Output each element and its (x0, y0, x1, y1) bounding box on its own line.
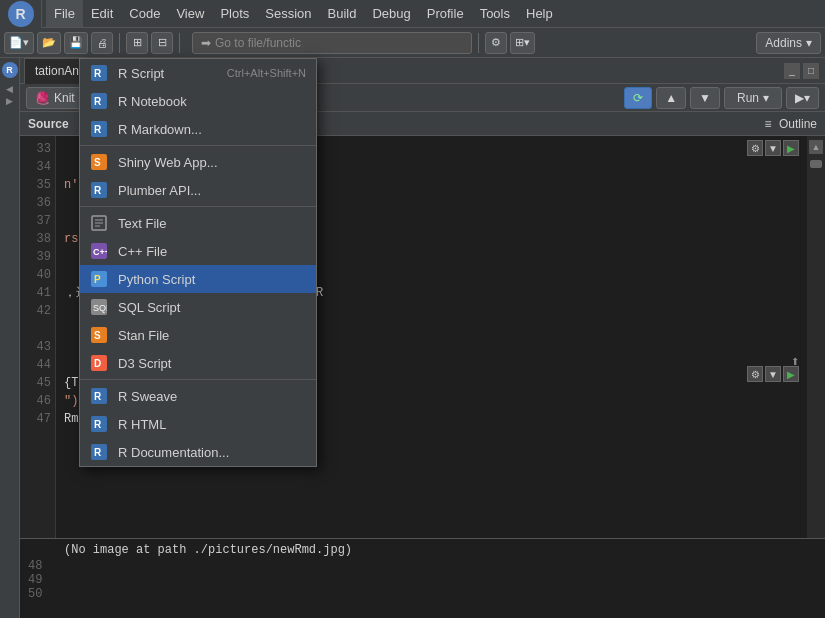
r-notebook-icon: R (90, 92, 108, 110)
dropdown-python-script[interactable]: P Python Script (80, 265, 316, 293)
menu-tools[interactable]: Tools (472, 0, 518, 27)
r-script-icon: R (90, 64, 108, 82)
svg-text:R: R (94, 447, 102, 458)
dropdown-cpp-file[interactable]: C++ C++ File (80, 237, 316, 265)
code-down-btn-2[interactable]: ▼ (765, 366, 781, 382)
svg-text:C++: C++ (93, 247, 107, 257)
output-bottom-lines: 48 (28, 559, 817, 573)
menu-file[interactable]: File (46, 0, 83, 27)
menu-edit[interactable]: Edit (83, 0, 121, 27)
copy-btn[interactable]: ⊞ (126, 32, 148, 54)
menu-debug[interactable]: Debug (364, 0, 418, 27)
r-documentation-icon: R (90, 443, 108, 461)
dropdown-stan-file[interactable]: S Stan File (80, 321, 316, 349)
sidebar-arrow-left[interactable]: ◀ (6, 84, 13, 94)
outline-lines-icon: ≡ (765, 117, 772, 131)
tab-controls: _ □ (784, 63, 825, 79)
dropdown-r-notebook-label: R Notebook (118, 94, 187, 109)
save-icon: 💾 (69, 36, 83, 49)
dropdown-r-script[interactable]: R R Script Ctrl+Alt+Shift+N (80, 59, 316, 87)
text-file-icon (90, 214, 108, 232)
menu-plots[interactable]: Plots (212, 0, 257, 27)
output-line-wrapper: (No image at path ./pictures/newRmd.jpg) (28, 543, 817, 557)
vertical-scrollbar[interactable]: ▲ (807, 136, 825, 538)
print-btn[interactable]: 🖨 (91, 32, 113, 54)
goto-arrow: ➡ (201, 36, 211, 50)
r-html-icon: R (90, 415, 108, 433)
extra-btn1[interactable]: ⚙ (485, 32, 507, 54)
extra-btn2[interactable]: ⊞▾ (510, 32, 535, 54)
menu-build[interactable]: Build (320, 0, 365, 27)
dropdown-sql-label: SQL Script (118, 300, 180, 315)
out-num-49: 49 (28, 573, 64, 587)
dropdown-shiny-label: Shiny Web App... (118, 155, 218, 170)
code-run-btn-2[interactable]: ▶ (783, 366, 799, 382)
nav-up-btn[interactable]: ▲ (656, 87, 686, 109)
menu-help[interactable]: Help (518, 0, 561, 27)
menu-session[interactable]: Session (257, 0, 319, 27)
dropdown-r-html[interactable]: R R HTML (80, 410, 316, 438)
run-button[interactable]: Run ▾ (724, 87, 782, 109)
run-chevron-icon: ▾ (763, 91, 769, 105)
menu-view[interactable]: View (168, 0, 212, 27)
tab-maximize-btn[interactable]: □ (803, 63, 819, 79)
addins-button[interactable]: Addins ▾ (756, 32, 821, 54)
svg-text:R: R (94, 96, 102, 107)
sep3 (478, 33, 479, 53)
dropdown-r-markdown[interactable]: R R Markdown... (80, 115, 316, 143)
code-action-group-1: ⚙ ▼ ▶ (747, 140, 799, 156)
new-file-icon: 📄 (9, 36, 23, 49)
dropdown-r-sweave[interactable]: R R Sweave (80, 382, 316, 410)
dropdown-text-file[interactable]: Text File (80, 209, 316, 237)
code-run-btn[interactable]: ▶ (783, 140, 799, 156)
out-num-50: 50 (28, 587, 64, 601)
dropdown-d3-script[interactable]: D D3 Script (80, 349, 316, 377)
open-icon: 📂 (42, 36, 56, 49)
open-file-btn[interactable]: 📂 (37, 32, 61, 54)
goto-bar[interactable]: ➡ Go to file/functic (192, 32, 472, 54)
left-sidebar: R ◀ ▶ (0, 58, 20, 618)
stan-icon: S (90, 326, 108, 344)
dropdown-plumber[interactable]: R Plumber API... (80, 176, 316, 204)
nav-down-btn[interactable]: ▼ (690, 87, 720, 109)
paste-btn[interactable]: ⊟ (151, 32, 173, 54)
scroll-up-btn[interactable]: ▲ (809, 140, 823, 154)
dropdown-r-notebook[interactable]: R R Notebook (80, 87, 316, 115)
code-settings-btn[interactable]: ⚙ (747, 140, 763, 156)
sep1 (119, 33, 120, 53)
menu-code[interactable]: Code (121, 0, 168, 27)
r-markdown-icon: R (90, 120, 108, 138)
svg-text:SQL: SQL (93, 303, 107, 313)
r-sweave-icon: R (90, 387, 108, 405)
dropdown-r-script-shortcut: Ctrl+Alt+Shift+N (227, 67, 306, 79)
addins-label: Addins (765, 36, 802, 50)
scrollbar-thumb[interactable] (810, 160, 822, 168)
file-type-dropdown: R R Script Ctrl+Alt+Shift+N R R Notebook… (79, 58, 317, 467)
extra-run-btn[interactable]: ▶▾ (786, 87, 819, 109)
cpp-icon: C++ (90, 242, 108, 260)
dropdown-r-html-label: R HTML (118, 417, 166, 432)
dropdown-shiny[interactable]: S Shiny Web App... (80, 148, 316, 176)
source-label: Source (28, 117, 69, 131)
save-btn[interactable]: 💾 (64, 32, 88, 54)
menu-profile[interactable]: Profile (419, 0, 472, 27)
refresh-btn[interactable]: ⟳ (624, 87, 652, 109)
dropdown-r-documentation[interactable]: R R Documentation... (80, 438, 316, 466)
new-file-btn[interactable]: 📄▾ (4, 32, 34, 54)
dropdown-sql-script[interactable]: SQL SQL Script (80, 293, 316, 321)
output-panel: (No image at path ./pictures/newRmd.jpg)… (20, 538, 825, 618)
output-line-49: 49 (28, 573, 817, 587)
main-toolbar: 📄▾ 📂 💾 🖨 ⊞ ⊟ ➡ Go to file/functic ⚙ ⊞▾ A… (0, 28, 825, 58)
dropdown-sep1 (80, 145, 316, 146)
dropdown-r-sweave-label: R Sweave (118, 389, 177, 404)
svg-text:R: R (94, 185, 102, 196)
outline-label: ≡ Outline (765, 117, 817, 131)
tab-minimize-btn[interactable]: _ (784, 63, 800, 79)
code-settings-btn-2[interactable]: ⚙ (747, 366, 763, 382)
code-down-btn[interactable]: ▼ (765, 140, 781, 156)
code-action-group-2: ⚙ ▼ ▶ (747, 366, 799, 382)
app-logo: R (0, 0, 42, 28)
dropdown-d3-label: D3 Script (118, 356, 171, 371)
menu-bar: File Edit Code View Plots Session Build … (42, 0, 565, 27)
sidebar-arrow-right[interactable]: ▶ (6, 96, 13, 106)
